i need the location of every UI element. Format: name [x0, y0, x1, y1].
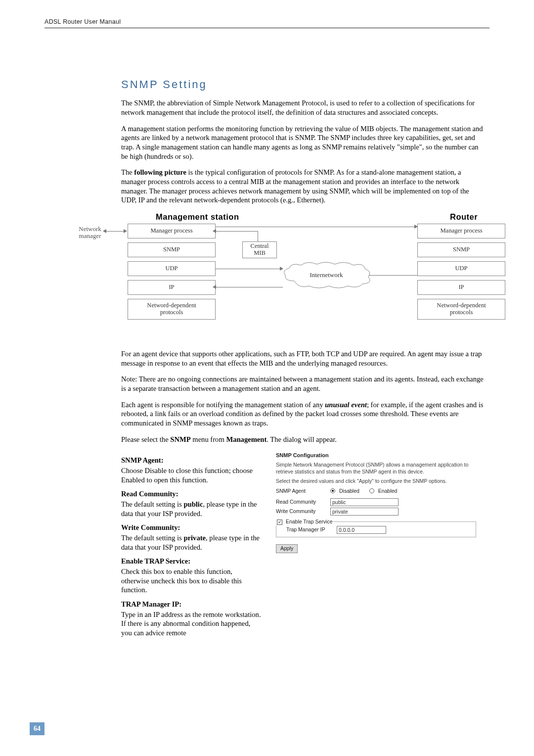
stack-box-snmp: SNMP [128, 242, 216, 257]
subhead-write-community: Write Community: [121, 523, 262, 532]
text-bold: private [183, 534, 206, 542]
subhead-trap-ip: TRAP Manager IP: [121, 600, 262, 609]
stack-box-udp: UDP [417, 261, 505, 276]
text: The default setting is [121, 534, 183, 542]
diagram-title-router: Router [450, 212, 478, 222]
text: MIB [254, 250, 266, 257]
internetwork-cloud: Internetwork [279, 261, 373, 289]
subhead-snmp-agent: SNMP Agent: [121, 456, 262, 465]
read-community-label: Read Community [276, 499, 327, 505]
text: Please select the [121, 435, 170, 443]
text: Central [251, 243, 269, 250]
text: Network [79, 225, 101, 233]
diagram-title-management: Management station [156, 212, 239, 222]
text: The [121, 168, 134, 176]
stack-box-ip: IP [128, 280, 216, 295]
section-title: SNMP Setting [121, 78, 485, 92]
paragraph: The following picture is the typical con… [121, 168, 485, 205]
radio-enabled[interactable] [369, 488, 374, 493]
subbody: Type in an IP address as the remote work… [121, 610, 262, 638]
stack-box-udp: UDP [128, 261, 216, 276]
page-number: 64 [30, 722, 44, 735]
panel-description: Simple Network Management Protocol (SNMP… [276, 462, 476, 475]
running-header: ADSL Router User Manaul [44, 18, 490, 28]
text: Each agent is responsible for notifying … [121, 401, 325, 409]
panel-title: SNMP Configuration [276, 452, 476, 459]
trap-ip-label: Trap Manager IP [286, 526, 334, 533]
paragraph: The SNMP, the abbreviation of Simple Net… [121, 98, 485, 117]
trap-ip-input[interactable] [337, 526, 386, 534]
text: menu from [191, 435, 226, 443]
panel-hint: Select the desired values and click "App… [276, 478, 476, 484]
subbody: The default setting is public, please ty… [121, 500, 262, 518]
radio-enabled-label: Enabled [378, 488, 398, 494]
write-community-label: Write Community [276, 508, 327, 515]
read-community-input[interactable] [330, 498, 399, 506]
text-bold: SNMP [170, 435, 190, 443]
stack-box-netdep: Netword-dependent protocols [417, 299, 505, 320]
central-mib-box: Central MIB [242, 241, 277, 258]
paragraph: Note: There are no ongoing connections a… [121, 375, 485, 393]
paragraph: A management station performs the monito… [121, 124, 485, 161]
paragraph: For an agent device that supports other … [121, 349, 485, 368]
snmp-agent-label: SNMP Agent [276, 488, 327, 494]
subhead-enable-trap: Enable TRAP Service: [121, 557, 262, 566]
text: The default setting is [121, 500, 183, 508]
text-bold: public [183, 500, 203, 508]
text-bold: following picture [134, 168, 186, 176]
network-manager-label: Network manager [75, 226, 105, 240]
diagram: Management station Router Network manage… [44, 212, 485, 342]
subbody: Choose Disable to close this function; c… [121, 466, 262, 484]
stack-box-manager-process: Manager process [417, 224, 505, 238]
text-bold: Management [226, 435, 267, 443]
text: . The dialog will appear. [267, 435, 337, 443]
enable-trap-label: Enable Trap Service [286, 519, 333, 524]
snmp-config-panel: SNMP Configuration Simple Network Manage… [276, 452, 476, 553]
radio-disabled-label: Disabled [339, 488, 359, 494]
text-bold-italic: unusual event [325, 401, 367, 409]
enable-trap-checkbox[interactable] [277, 520, 282, 525]
stack-box-ip: IP [417, 280, 505, 295]
stack-box-netdep: Netword-dependent protocols [128, 299, 216, 320]
subbody: Check this box to enable this function, … [121, 567, 262, 595]
paragraph: Please select the SNMP menu from Managem… [121, 435, 485, 444]
apply-button[interactable]: Apply [276, 544, 298, 553]
paragraph: Each agent is responsible for notifying … [121, 400, 485, 428]
subhead-read-community: Read Community: [121, 489, 262, 499]
cloud-label: Internetwork [310, 271, 343, 280]
stack-box-manager-process: Manager process [128, 224, 216, 238]
write-community-input[interactable] [330, 508, 399, 516]
text: manager [79, 232, 101, 239]
stack-box-snmp: SNMP [417, 242, 505, 257]
radio-disabled[interactable] [330, 488, 335, 493]
subbody: The default setting is private, please t… [121, 533, 262, 552]
